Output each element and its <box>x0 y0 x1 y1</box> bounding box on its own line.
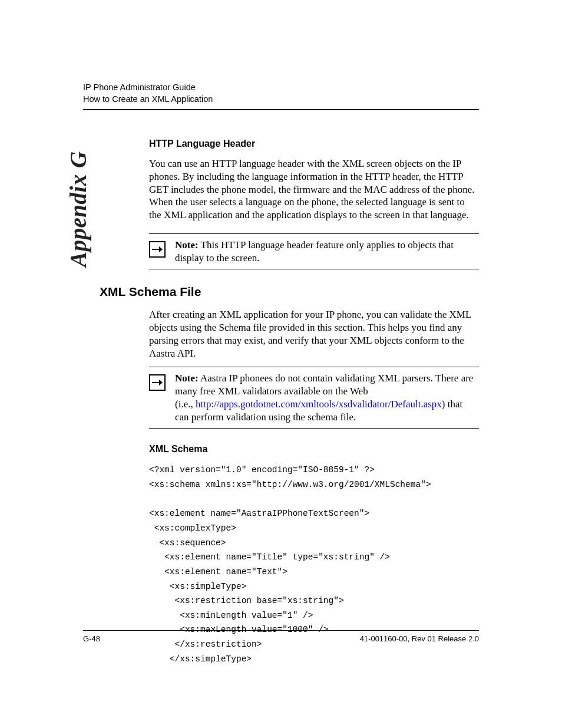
footer-doc-id: 41-001160-00, Rev 01 Release 2.0 <box>360 634 479 643</box>
running-head: IP Phone Administrator Guide How to Crea… <box>83 82 479 105</box>
running-head-line2: How to Create an XML Application <box>83 94 479 106</box>
running-head-line1: IP Phone Administrator Guide <box>83 82 479 94</box>
paragraph-text: After creating an XML application for yo… <box>149 308 479 360</box>
note-text-2: Note: Aastra IP phonees do not contain v… <box>175 372 479 423</box>
footer-page-number: G-48 <box>83 634 100 643</box>
note-body-a: Aastra IP phonees do not contain validat… <box>175 373 473 397</box>
note-rule-bottom <box>149 428 479 429</box>
heading-http-language-header: HTTP Language Header <box>149 139 479 149</box>
paragraph-schema-intro: After creating an XML application for yo… <box>149 308 479 360</box>
heading-xml-schema: XML Schema <box>149 444 479 454</box>
paragraph-text: You can use an HTTP language header with… <box>149 157 479 222</box>
note-block-2: Note: Aastra IP phonees do not contain v… <box>149 367 479 429</box>
header-rule <box>83 109 479 110</box>
note-rule-bottom <box>149 269 479 269</box>
page-footer: G-48 41-001160-00, Rev 01 Release 2.0 <box>83 630 479 643</box>
heading-xml-schema-file: XML Schema File <box>100 285 479 299</box>
note-label: Note: <box>175 239 199 251</box>
note-arrow-icon <box>149 241 166 258</box>
note-arrow-icon <box>149 374 166 391</box>
paragraph-http-language: You can use an HTTP language header with… <box>149 157 479 222</box>
note-body: This HTTP language header feature only a… <box>175 239 454 263</box>
note-label: Note: <box>175 373 199 384</box>
note-text-1: Note: This HTTP language header feature … <box>175 239 479 265</box>
note-prefix: (i.e., <box>175 398 196 410</box>
note-link[interactable]: http://apps.gotdotnet.com/xmltools/xsdva… <box>196 398 442 410</box>
note-block-1: Note: This HTTP language header feature … <box>149 233 479 270</box>
page-body: IP Phone Administrator Guide How to Crea… <box>83 82 479 666</box>
svg-marker-1 <box>159 246 163 252</box>
svg-marker-3 <box>159 380 163 386</box>
